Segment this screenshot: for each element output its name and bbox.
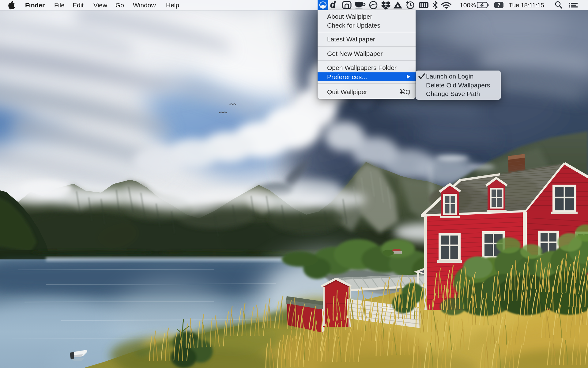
svg-text:d: d bbox=[330, 0, 336, 10]
svg-text:7: 7 bbox=[497, 2, 500, 8]
